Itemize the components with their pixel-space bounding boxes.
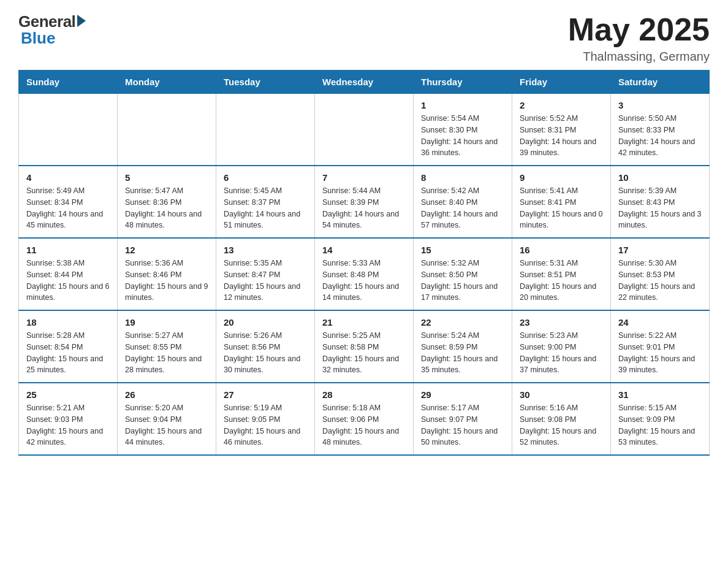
day-number: 10 [618,172,702,183]
logo: General Blue [18,12,86,48]
location-text: Thalmassing, Germany [568,50,710,64]
day-number: 18 [26,317,110,327]
day-info: Sunrise: 5:31 AM Sunset: 8:51 PM Dayligh… [520,258,603,304]
calendar-cell: 3Sunrise: 5:50 AM Sunset: 8:33 PM Daylig… [611,94,710,166]
month-title: May 2025 [568,12,710,47]
weekday-header-wednesday: Wednesday [315,71,414,94]
day-info: Sunrise: 5:45 AM Sunset: 8:37 PM Dayligh… [224,185,307,231]
day-number: 2 [520,100,603,110]
day-info: Sunrise: 5:19 AM Sunset: 9:05 PM Dayligh… [224,402,307,448]
day-info: Sunrise: 5:25 AM Sunset: 8:58 PM Dayligh… [322,330,406,376]
calendar-week-row: 18Sunrise: 5:28 AM Sunset: 8:54 PM Dayli… [19,310,710,383]
calendar-cell: 1Sunrise: 5:54 AM Sunset: 8:30 PM Daylig… [414,94,512,166]
day-info: Sunrise: 5:47 AM Sunset: 8:36 PM Dayligh… [125,185,208,231]
weekday-header-saturday: Saturday [611,71,710,94]
day-number: 6 [224,172,307,183]
calendar-cell: 18Sunrise: 5:28 AM Sunset: 8:54 PM Dayli… [19,310,118,383]
calendar-cell: 16Sunrise: 5:31 AM Sunset: 8:51 PM Dayli… [512,238,611,310]
day-info: Sunrise: 5:41 AM Sunset: 8:41 PM Dayligh… [520,185,603,231]
calendar-cell: 15Sunrise: 5:32 AM Sunset: 8:50 PM Dayli… [414,238,512,310]
calendar-cell: 4Sunrise: 5:49 AM Sunset: 8:34 PM Daylig… [19,166,118,238]
day-number: 15 [421,245,504,255]
day-number: 19 [125,317,208,327]
day-number: 17 [618,245,702,255]
weekday-header-sunday: Sunday [19,71,118,94]
day-info: Sunrise: 5:36 AM Sunset: 8:46 PM Dayligh… [125,258,208,304]
day-number: 3 [618,100,702,110]
calendar-cell: 27Sunrise: 5:19 AM Sunset: 9:05 PM Dayli… [216,383,315,455]
day-info: Sunrise: 5:26 AM Sunset: 8:56 PM Dayligh… [224,330,307,376]
day-number: 13 [224,245,307,255]
calendar-cell: 6Sunrise: 5:45 AM Sunset: 8:37 PM Daylig… [216,166,315,238]
day-info: Sunrise: 5:23 AM Sunset: 9:00 PM Dayligh… [520,330,603,376]
calendar-cell [118,94,216,166]
day-info: Sunrise: 5:44 AM Sunset: 8:39 PM Dayligh… [322,185,406,231]
calendar-week-row: 25Sunrise: 5:21 AM Sunset: 9:03 PM Dayli… [19,383,710,455]
calendar-cell: 31Sunrise: 5:15 AM Sunset: 9:09 PM Dayli… [611,383,710,455]
calendar-cell: 22Sunrise: 5:24 AM Sunset: 8:59 PM Dayli… [414,310,512,383]
logo-triangle-icon [77,15,86,27]
day-number: 30 [520,389,603,400]
day-number: 22 [421,317,504,327]
day-number: 21 [322,317,406,327]
calendar-header-row: SundayMondayTuesdayWednesdayThursdayFrid… [19,71,710,94]
day-number: 7 [322,172,406,183]
calendar-cell: 7Sunrise: 5:44 AM Sunset: 8:39 PM Daylig… [315,166,414,238]
page-header: General Blue May 2025 Thalmassing, Germa… [18,12,710,64]
day-info: Sunrise: 5:22 AM Sunset: 9:01 PM Dayligh… [618,330,702,376]
day-info: Sunrise: 5:24 AM Sunset: 8:59 PM Dayligh… [421,330,504,376]
calendar-cell [315,94,414,166]
day-number: 27 [224,389,307,400]
weekday-header-monday: Monday [118,71,216,94]
calendar-cell: 29Sunrise: 5:17 AM Sunset: 9:07 PM Dayli… [414,383,512,455]
calendar-cell: 20Sunrise: 5:26 AM Sunset: 8:56 PM Dayli… [216,310,315,383]
day-number: 23 [520,317,603,327]
day-info: Sunrise: 5:50 AM Sunset: 8:33 PM Dayligh… [618,113,702,159]
day-info: Sunrise: 5:30 AM Sunset: 8:53 PM Dayligh… [618,258,702,304]
day-info: Sunrise: 5:38 AM Sunset: 8:44 PM Dayligh… [26,258,110,304]
calendar-week-row: 11Sunrise: 5:38 AM Sunset: 8:44 PM Dayli… [19,238,710,310]
calendar-cell: 26Sunrise: 5:20 AM Sunset: 9:04 PM Dayli… [118,383,216,455]
calendar-cell: 28Sunrise: 5:18 AM Sunset: 9:06 PM Dayli… [315,383,414,455]
calendar-cell: 9Sunrise: 5:41 AM Sunset: 8:41 PM Daylig… [512,166,611,238]
calendar-cell: 24Sunrise: 5:22 AM Sunset: 9:01 PM Dayli… [611,310,710,383]
calendar-cell [216,94,315,166]
title-section: May 2025 Thalmassing, Germany [568,12,710,64]
calendar-cell: 5Sunrise: 5:47 AM Sunset: 8:36 PM Daylig… [118,166,216,238]
day-info: Sunrise: 5:33 AM Sunset: 8:48 PM Dayligh… [322,258,406,304]
calendar-cell: 14Sunrise: 5:33 AM Sunset: 8:48 PM Dayli… [315,238,414,310]
day-info: Sunrise: 5:27 AM Sunset: 8:55 PM Dayligh… [125,330,208,376]
day-number: 29 [421,389,504,400]
calendar-cell: 23Sunrise: 5:23 AM Sunset: 9:00 PM Dayli… [512,310,611,383]
calendar-cell: 12Sunrise: 5:36 AM Sunset: 8:46 PM Dayli… [118,238,216,310]
logo-blue-text: Blue [18,29,55,48]
calendar-cell: 11Sunrise: 5:38 AM Sunset: 8:44 PM Dayli… [19,238,118,310]
calendar-cell: 13Sunrise: 5:35 AM Sunset: 8:47 PM Dayli… [216,238,315,310]
day-info: Sunrise: 5:52 AM Sunset: 8:31 PM Dayligh… [520,113,603,159]
calendar-table: SundayMondayTuesdayWednesdayThursdayFrid… [18,70,710,456]
weekday-header-thursday: Thursday [414,71,512,94]
weekday-header-friday: Friday [512,71,611,94]
day-info: Sunrise: 5:32 AM Sunset: 8:50 PM Dayligh… [421,258,504,304]
day-info: Sunrise: 5:42 AM Sunset: 8:40 PM Dayligh… [421,185,504,231]
day-number: 12 [125,245,208,255]
calendar-cell: 25Sunrise: 5:21 AM Sunset: 9:03 PM Dayli… [19,383,118,455]
calendar-week-row: 1Sunrise: 5:54 AM Sunset: 8:30 PM Daylig… [19,94,710,166]
day-info: Sunrise: 5:21 AM Sunset: 9:03 PM Dayligh… [26,402,110,448]
day-info: Sunrise: 5:49 AM Sunset: 8:34 PM Dayligh… [26,185,110,231]
calendar-week-row: 4Sunrise: 5:49 AM Sunset: 8:34 PM Daylig… [19,166,710,238]
day-info: Sunrise: 5:15 AM Sunset: 9:09 PM Dayligh… [618,402,702,448]
day-number: 25 [26,389,110,400]
day-number: 26 [125,389,208,400]
day-info: Sunrise: 5:28 AM Sunset: 8:54 PM Dayligh… [26,330,110,376]
day-info: Sunrise: 5:17 AM Sunset: 9:07 PM Dayligh… [421,402,504,448]
day-number: 31 [618,389,702,400]
day-number: 1 [421,100,504,110]
calendar-cell: 30Sunrise: 5:16 AM Sunset: 9:08 PM Dayli… [512,383,611,455]
day-number: 4 [26,172,110,183]
day-number: 11 [26,245,110,255]
day-info: Sunrise: 5:18 AM Sunset: 9:06 PM Dayligh… [322,402,406,448]
weekday-header-tuesday: Tuesday [216,71,315,94]
day-number: 16 [520,245,603,255]
day-info: Sunrise: 5:54 AM Sunset: 8:30 PM Dayligh… [421,113,504,159]
